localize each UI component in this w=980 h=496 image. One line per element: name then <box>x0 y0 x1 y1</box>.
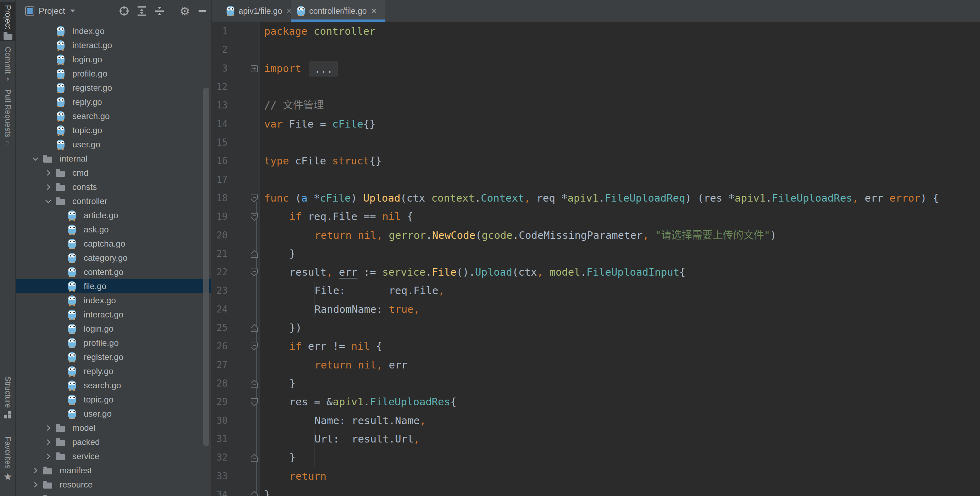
line-number[interactable]: 20 <box>211 226 228 245</box>
code-line-22[interactable]: result, err := service.File().Upload(ctx… <box>289 263 686 282</box>
close-icon[interactable]: × <box>371 6 377 16</box>
line-number[interactable]: 16 <box>211 152 228 170</box>
tree-item-profile-go[interactable]: profile.go <box>16 336 211 350</box>
code-line-27[interactable]: return nil, err <box>315 356 407 374</box>
code-line-25[interactable]: }) <box>289 319 302 337</box>
folded-import-region[interactable]: ... <box>310 61 337 77</box>
tree-item-content-go[interactable]: content.go <box>16 265 211 279</box>
stripe-item-commit[interactable]: Commit <box>0 47 16 81</box>
settings-icon[interactable]: ⚙ <box>179 5 191 17</box>
fold-open-icon[interactable] <box>250 398 259 407</box>
line-number[interactable]: 18 <box>211 189 228 208</box>
chevron-collapsed-icon[interactable] <box>44 424 52 432</box>
code-line-14[interactable]: var File = cFile{} <box>264 115 375 133</box>
line-number[interactable]: 17 <box>211 170 228 189</box>
code-line-3[interactable]: import ... <box>264 59 337 78</box>
chevron-collapsed-icon[interactable] <box>44 169 52 177</box>
line-number[interactable]: 28 <box>211 374 228 393</box>
tree-item-user-go[interactable]: user.go <box>16 407 211 421</box>
tree-item-model[interactable]: model <box>16 421 211 435</box>
chevron-collapsed-icon[interactable] <box>31 466 40 475</box>
tree-item-register-go[interactable]: register.go <box>16 81 211 95</box>
line-number[interactable]: 3 <box>211 59 228 78</box>
fold-close-icon[interactable] <box>250 453 259 462</box>
tree-item-topic-go[interactable]: topic.go <box>16 123 211 138</box>
editor-tab-controller-file-go[interactable]: controller/file.go× <box>291 0 385 22</box>
chevron-collapsed-icon[interactable] <box>44 183 52 191</box>
tree-item-index-go[interactable]: index.go <box>16 293 211 307</box>
code-line-32[interactable]: } <box>289 448 295 467</box>
line-number[interactable]: 13 <box>211 96 228 115</box>
line-number[interactable]: 22 <box>211 263 228 282</box>
code-line-34[interactable]: } <box>264 485 270 496</box>
chevron-collapsed-icon[interactable] <box>31 480 40 489</box>
code-line-29[interactable]: res = &apiv1.FileUploadRes{ <box>289 393 456 411</box>
tree-item-reply-go[interactable]: reply.go <box>16 95 211 109</box>
chevron-collapsed-icon[interactable] <box>31 494 40 496</box>
tree-item-user-go[interactable]: user.go <box>16 138 211 152</box>
line-number[interactable]: 25 <box>211 319 228 337</box>
line-number[interactable]: 12 <box>211 78 228 97</box>
chevron-expanded-icon[interactable] <box>31 154 40 163</box>
editor-tab-apiv1-file-go[interactable]: apiv1/file.go× <box>220 0 291 22</box>
code-line-20[interactable]: return nil, gerror.NewCode(gcode.CodeMis… <box>315 226 776 245</box>
fold-close-icon[interactable] <box>250 249 259 258</box>
tree-item-login-go[interactable]: login.go <box>16 322 211 336</box>
line-number[interactable]: 27 <box>211 356 228 374</box>
line-number[interactable]: 2 <box>211 40 228 59</box>
fold-open-icon[interactable] <box>250 194 259 203</box>
line-number[interactable]: 29 <box>211 393 228 411</box>
line-number[interactable]: 30 <box>211 411 228 430</box>
tree-item-internal[interactable]: internal <box>16 152 211 166</box>
code-line-23[interactable]: File: req.File, <box>315 281 445 300</box>
fold-plus-icon[interactable] <box>250 64 259 73</box>
tree-item-cmd[interactable]: cmd <box>16 166 211 180</box>
code-line-16[interactable]: type cFile struct{} <box>264 152 382 170</box>
chevron-collapsed-icon[interactable] <box>44 452 52 461</box>
fold-close-icon[interactable] <box>250 323 259 333</box>
tree-item-search-go[interactable]: search.go <box>16 109 211 123</box>
line-number[interactable]: 14 <box>211 115 228 133</box>
code-line-21[interactable]: } <box>289 244 295 263</box>
code-line-31[interactable]: Url: result.Url, <box>315 430 420 448</box>
line-number[interactable]: 1 <box>211 22 228 41</box>
tree-item-consts[interactable]: consts <box>16 180 211 194</box>
expand-all-icon[interactable] <box>136 5 148 17</box>
code-line-18[interactable]: func (a *cFile) Upload(ctx context.Conte… <box>264 189 939 208</box>
fold-open-icon[interactable] <box>250 342 259 351</box>
tree-item-article-go[interactable]: article.go <box>16 208 211 222</box>
tree-item-clipped[interactable] <box>16 492 211 496</box>
line-number[interactable]: 24 <box>211 300 228 319</box>
fold-open-icon[interactable] <box>250 212 259 222</box>
line-number[interactable]: 19 <box>211 207 228 226</box>
stripe-item-structure[interactable]: Structure <box>0 376 16 426</box>
editor-body[interactable]: 123 12131415161718 19 2021 22 232425 26 … <box>211 22 980 496</box>
tree-item-register-go[interactable]: register.go <box>16 350 211 364</box>
line-number[interactable]: 26 <box>211 337 228 356</box>
chevron-down-icon[interactable] <box>70 10 75 13</box>
code-line-1[interactable]: package controller <box>264 22 375 41</box>
tree-item-interact-go[interactable]: interact.go <box>16 38 211 52</box>
code-line-24[interactable]: RandomName: true, <box>315 300 420 319</box>
tree-item-resource[interactable]: resource <box>16 478 211 492</box>
fold-open-icon[interactable] <box>250 268 259 277</box>
tree-item-category-go[interactable]: category.go <box>16 251 211 265</box>
line-number[interactable]: 31 <box>211 430 228 448</box>
locate-icon[interactable] <box>118 5 130 17</box>
fold-close-icon[interactable] <box>250 490 259 496</box>
tree-item-ask-go[interactable]: ask.go <box>16 222 211 237</box>
stripe-item-pull-requests[interactable]: Pull Requests <box>0 89 16 144</box>
chevron-expanded-icon[interactable] <box>44 197 52 206</box>
code-line-30[interactable]: Name: result.Name, <box>315 411 426 430</box>
tree-item-search-go[interactable]: search.go <box>16 379 211 393</box>
tree-item-service[interactable]: service <box>16 449 211 463</box>
tree-item-manifest[interactable]: manifest <box>16 463 211 478</box>
stripe-item-project[interactable]: Project <box>0 2 16 41</box>
code-line-28[interactable]: } <box>289 374 295 393</box>
line-number[interactable]: 33 <box>211 467 228 486</box>
collapse-all-icon[interactable] <box>154 5 165 17</box>
line-number[interactable]: 23 <box>211 281 228 300</box>
tree-item-controller[interactable]: controller <box>16 194 211 208</box>
chevron-collapsed-icon[interactable] <box>44 438 52 446</box>
tree-item-packed[interactable]: packed <box>16 435 211 449</box>
